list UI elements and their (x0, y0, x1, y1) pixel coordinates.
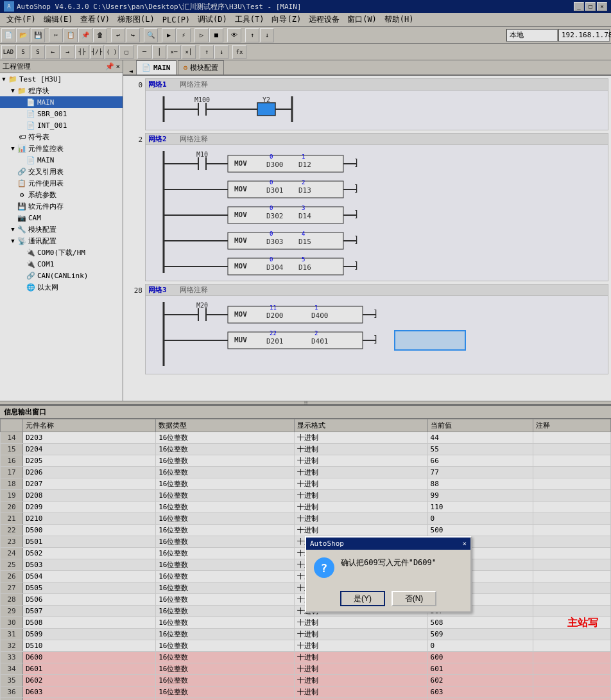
dialog-body: ? 确认把609写入元件"D609" (306, 550, 470, 586)
dialog-close-button[interactable]: × (462, 539, 467, 548)
dialog-buttons: 是(Y) 否(N) (306, 586, 470, 611)
dialog-no-button[interactable]: 否(N) (392, 591, 436, 606)
dialog-title-bar: AutoShop × (306, 538, 470, 550)
dialog-overlay: AutoShop × ? 确认把609写入元件"D609" 是(Y) 否(N) (0, 0, 611, 700)
autoshop-dialog: AutoShop × ? 确认把609写入元件"D609" 是(Y) 否(N) (305, 536, 472, 613)
dialog-message: 确认把609写入元件"D609" (341, 557, 436, 568)
dialog-yes-button[interactable]: 是(Y) (340, 591, 385, 606)
dialog-question-icon: ? (314, 557, 334, 578)
dialog-title-text: AutoShop (310, 539, 344, 548)
